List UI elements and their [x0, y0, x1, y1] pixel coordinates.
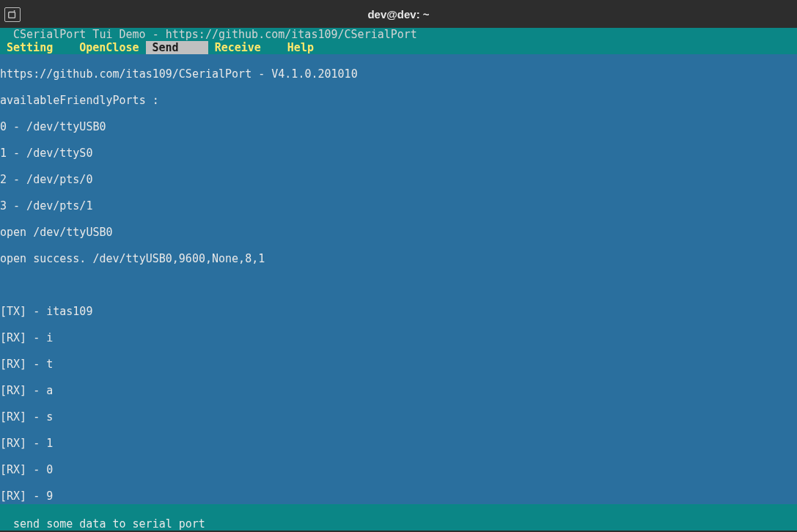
menu-openclose[interactable]: OpenClose — [73, 41, 145, 54]
status-bar: send some data to serial port — [0, 504, 797, 531]
terminal-line: [RX] - t — [0, 358, 797, 371]
terminal-line: [RX] - a — [0, 384, 797, 397]
menu-receive[interactable]: Receive — [208, 41, 268, 54]
svg-rect-0 — [9, 12, 15, 18]
terminal-line: 3 - /dev/pts/1 — [0, 199, 797, 213]
terminal-line: open success. /dev/ttyUSB0,9600,None,8,1 — [0, 252, 797, 265]
terminal-line: open /dev/ttyUSB0 — [0, 226, 797, 239]
window-title: dev@dev: ~ — [367, 8, 429, 21]
terminal-line: availableFriendlyPorts : — [0, 94, 797, 107]
terminal-line — [0, 278, 797, 292]
menu-help[interactable]: Help — [281, 41, 320, 54]
new-tab-icon[interactable] — [4, 7, 21, 22]
status-text: send some data to serial port — [13, 517, 205, 531]
terminal-line: 1 - /dev/ttyS0 — [0, 147, 797, 160]
menu-setting[interactable]: Setting — [0, 41, 59, 54]
menu-send[interactable]: Send — [146, 41, 208, 54]
terminal-line: [RX] - 1 — [0, 437, 797, 450]
app-header: CSerialPort Tui Demo - https://github.co… — [0, 28, 797, 41]
terminal-line: 0 - /dev/ttyUSB0 — [0, 120, 797, 133]
terminal-line: [RX] - s — [0, 410, 797, 424]
terminal-output: https://github.com/itas109/CSerialPort -… — [0, 54, 797, 504]
terminal-line: 2 - /dev/pts/0 — [0, 173, 797, 186]
menubar: Setting OpenClose Send Receive Help — [0, 41, 797, 54]
terminal-line: https://github.com/itas109/CSerialPort -… — [0, 67, 797, 81]
terminal-line: [RX] - i — [0, 331, 797, 344]
terminal-line: [TX] - itas109 — [0, 305, 797, 318]
terminal-line: [RX] - 9 — [0, 489, 797, 503]
window-titlebar: dev@dev: ~ — [0, 0, 797, 28]
terminal-line: [RX] - 0 — [0, 463, 797, 476]
